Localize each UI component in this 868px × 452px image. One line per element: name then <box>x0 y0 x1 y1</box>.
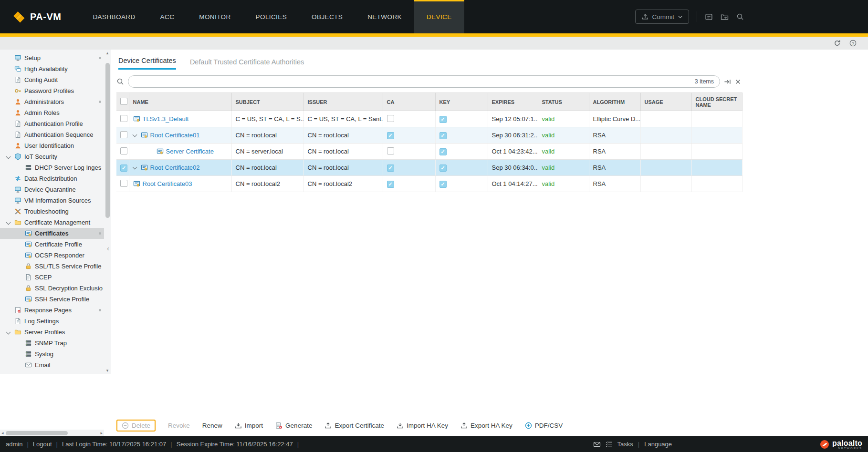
col-usage[interactable]: USAGE <box>640 93 691 111</box>
chevron-down-icon[interactable] <box>132 164 137 169</box>
search-input[interactable] <box>134 78 695 86</box>
shield-icon <box>14 153 21 160</box>
toolbar-import-button[interactable]: Import <box>235 422 263 429</box>
clear-filter-icon[interactable] <box>735 79 741 85</box>
sidebar-item-ssh-service-profile[interactable]: SSH Service Profile <box>0 294 104 305</box>
sidebar-vertical-scrollbar[interactable]: ▴ ▾ <box>104 50 111 374</box>
sidebar-item-email[interactable]: Email <box>0 360 104 370</box>
row-checkbox[interactable] <box>120 147 127 154</box>
search-icon[interactable] <box>736 13 744 21</box>
logout-link[interactable]: Logout <box>33 441 52 448</box>
col-select[interactable] <box>116 93 129 111</box>
nav-tab-acc[interactable]: ACC <box>148 0 187 33</box>
sidebar-horizontal-scrollbar[interactable]: ◂ ▸ <box>0 430 104 436</box>
refresh-icon[interactable] <box>834 40 841 47</box>
commit-button[interactable]: Commit <box>635 10 690 24</box>
toolbar-import-ha-key-button[interactable]: Import HA Key <box>397 422 448 429</box>
sidebar-item-iot-security[interactable]: IoT Security <box>0 151 104 162</box>
col-key[interactable]: KEY <box>435 93 488 111</box>
sidebar-item-administrators[interactable]: Administrators <box>0 96 104 107</box>
col-subject[interactable]: SUBJECT <box>231 93 303 111</box>
toolbar-pdf-csv-button[interactable]: PDF/CSV <box>525 422 563 429</box>
sidebar-item-vm-information-sources[interactable]: VM Information Sources <box>0 195 104 206</box>
col-issuer[interactable]: ISSUER <box>303 93 383 111</box>
sidebar-item-log-settings[interactable]: Log Settings <box>0 316 104 327</box>
certificate-link[interactable]: TLSv1.3_Default <box>143 115 189 123</box>
accent-stripe <box>0 33 868 37</box>
nav-tab-objects[interactable]: OBJECTS <box>299 0 355 33</box>
sidebar-item-ssl-tls-service-profile[interactable]: SSL/TLS Service Profile <box>0 261 104 272</box>
sidebar-item-syslog[interactable]: Syslog <box>0 349 104 360</box>
nav-tab-policies[interactable]: POLICIES <box>243 0 299 33</box>
open-config-icon[interactable] <box>721 13 729 21</box>
scrollbar-thumb[interactable] <box>6 431 68 435</box>
row-checkbox[interactable] <box>120 131 127 138</box>
scroll-left-icon[interactable]: ◂ <box>1 431 4 435</box>
sidebar-item-admin-roles[interactable]: Admin Roles <box>0 107 104 118</box>
sidebar-item-dhcp-server-log-inges[interactable]: DHCP Server Log Inges <box>0 162 104 173</box>
col-expires[interactable]: EXPIRES <box>488 93 538 111</box>
sidebar-item-certificates[interactable]: Certificates <box>0 228 104 239</box>
col-ca[interactable]: CA <box>383 93 435 111</box>
nav-tab-device[interactable]: DEVICE <box>414 0 464 33</box>
notifications-icon[interactable] <box>593 441 601 448</box>
certificate-link[interactable]: Server Certificate <box>166 148 214 155</box>
col-algorithm[interactable]: ALGORITHM <box>589 93 640 111</box>
toolbar-export-ha-key-button[interactable]: Export HA Key <box>460 422 512 429</box>
row-checkbox[interactable] <box>120 115 127 122</box>
chevron-down-icon[interactable] <box>6 154 11 159</box>
toolbar-revoke-button[interactable]: Revoke <box>168 422 190 429</box>
sidebar-item-ssl-decryption-exclusio[interactable]: SSL Decryption Exclusio <box>0 283 104 294</box>
tab-default-trusted-certificate-authorities[interactable]: Default Trusted Certificate Authorities <box>190 58 304 70</box>
sidebar-collapse-handle[interactable]: ‹ <box>107 244 109 252</box>
sidebar-item-setup[interactable]: Setup <box>0 52 104 63</box>
help-icon[interactable]: ? <box>849 40 857 47</box>
chevron-down-icon[interactable] <box>6 330 11 335</box>
toolbar-generate-button[interactable]: Generate <box>275 422 312 429</box>
sidebar-item-config-audit[interactable]: Config Audit <box>0 74 104 85</box>
col-cloud-secret-name[interactable]: CLOUD SECRET NAME <box>691 93 742 111</box>
sidebar-item-data-redistribution[interactable]: Data Redistribution <box>0 173 104 184</box>
sidebar-item-authentication-profile[interactable]: Authentication Profile <box>0 118 104 129</box>
sidebar-item-authentication-sequence[interactable]: Authentication Sequence <box>0 129 104 140</box>
certificate-link[interactable]: Root Certificate03 <box>143 180 192 187</box>
chevron-down-icon[interactable] <box>6 220 11 225</box>
row-checkbox[interactable] <box>120 180 127 187</box>
nav-tab-monitor[interactable]: MONITOR <box>187 0 243 33</box>
sidebar-item-snmp-trap[interactable]: SNMP Trap <box>0 338 104 349</box>
sidebar-item-certificate-profile[interactable]: Certificate Profile <box>0 239 104 250</box>
sidebar-item-server-profiles[interactable]: Server Profiles <box>0 327 104 338</box>
sidebar-item-user-identification[interactable]: User Identification <box>0 140 104 151</box>
scroll-right-icon[interactable]: ▸ <box>100 431 103 435</box>
sidebar-item-response-pages[interactable]: Response Pages <box>0 305 104 316</box>
tab-device-certificates[interactable]: Device Certificates <box>118 57 176 70</box>
tasks-icon[interactable] <box>606 441 613 448</box>
sidebar-item-ocsp-responder[interactable]: OCSP Responder <box>0 250 104 261</box>
tasks-label[interactable]: Tasks <box>617 441 633 448</box>
language-label[interactable]: Language <box>644 441 672 448</box>
sidebar-item-scep[interactable]: SCEP <box>0 272 104 283</box>
chevron-down-icon[interactable] <box>132 132 137 137</box>
sidebar-item-certificate-management[interactable]: Certificate Management <box>0 217 104 228</box>
scroll-up-icon[interactable]: ▴ <box>106 50 109 56</box>
row-checkbox[interactable] <box>120 164 127 172</box>
toolbar-label: Revoke <box>168 422 190 429</box>
apply-filter-icon[interactable] <box>724 78 731 85</box>
sidebar-item-troubleshooting[interactable]: Troubleshooting <box>0 206 104 217</box>
nav-tab-dashboard[interactable]: DASHBOARD <box>80 0 147 33</box>
toolbar-export-certificate-button[interactable]: Export Certificate <box>324 422 384 429</box>
scrollbar-thumb[interactable] <box>105 63 110 218</box>
config-diff-icon[interactable] <box>705 13 713 21</box>
nav-tab-network[interactable]: NETWORK <box>355 0 414 33</box>
col-status[interactable]: STATUS <box>538 93 589 111</box>
header-checkbox[interactable] <box>120 98 127 105</box>
toolbar-renew-button[interactable]: Renew <box>202 422 222 429</box>
scroll-down-icon[interactable]: ▾ <box>106 367 109 374</box>
certificate-link[interactable]: Root Certificate01 <box>150 132 200 139</box>
sidebar-item-high-availability[interactable]: High Availability <box>0 63 104 74</box>
certificate-link[interactable]: Root Certificate02 <box>150 164 200 171</box>
col-name[interactable]: NAME <box>129 93 231 111</box>
sidebar-item-password-profiles[interactable]: Password Profiles <box>0 85 104 96</box>
sidebar-item-device-quarantine[interactable]: Device Quarantine <box>0 184 104 195</box>
toolbar-delete-button[interactable]: Delete <box>116 420 156 431</box>
